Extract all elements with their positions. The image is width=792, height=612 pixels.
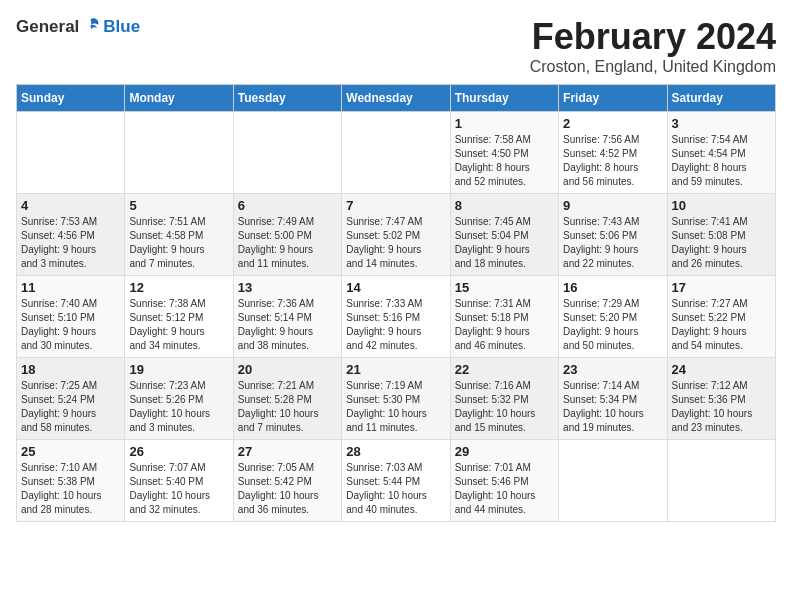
day-number: 3 (672, 116, 771, 131)
calendar-cell: 20Sunrise: 7:21 AM Sunset: 5:28 PM Dayli… (233, 358, 341, 440)
column-header-monday: Monday (125, 85, 233, 112)
day-info: Sunrise: 7:12 AM Sunset: 5:36 PM Dayligh… (672, 379, 771, 435)
calendar-cell: 23Sunrise: 7:14 AM Sunset: 5:34 PM Dayli… (559, 358, 667, 440)
day-number: 13 (238, 280, 337, 295)
calendar-cell (17, 112, 125, 194)
day-number: 14 (346, 280, 445, 295)
column-header-tuesday: Tuesday (233, 85, 341, 112)
day-info: Sunrise: 7:51 AM Sunset: 4:58 PM Dayligh… (129, 215, 228, 271)
day-number: 6 (238, 198, 337, 213)
calendar-cell: 2Sunrise: 7:56 AM Sunset: 4:52 PM Daylig… (559, 112, 667, 194)
logo-icon: General Blue (16, 16, 140, 38)
day-number: 2 (563, 116, 662, 131)
day-info: Sunrise: 7:01 AM Sunset: 5:46 PM Dayligh… (455, 461, 554, 517)
calendar-cell: 19Sunrise: 7:23 AM Sunset: 5:26 PM Dayli… (125, 358, 233, 440)
calendar-week-row: 25Sunrise: 7:10 AM Sunset: 5:38 PM Dayli… (17, 440, 776, 522)
calendar-cell: 6Sunrise: 7:49 AM Sunset: 5:00 PM Daylig… (233, 194, 341, 276)
day-number: 8 (455, 198, 554, 213)
month-year-title: February 2024 (530, 16, 776, 58)
day-number: 29 (455, 444, 554, 459)
logo-bird-icon (80, 16, 102, 38)
day-number: 25 (21, 444, 120, 459)
day-number: 5 (129, 198, 228, 213)
calendar-cell: 3Sunrise: 7:54 AM Sunset: 4:54 PM Daylig… (667, 112, 775, 194)
calendar-cell: 24Sunrise: 7:12 AM Sunset: 5:36 PM Dayli… (667, 358, 775, 440)
calendar-cell (125, 112, 233, 194)
day-info: Sunrise: 7:21 AM Sunset: 5:28 PM Dayligh… (238, 379, 337, 435)
day-number: 23 (563, 362, 662, 377)
column-header-wednesday: Wednesday (342, 85, 450, 112)
day-info: Sunrise: 7:29 AM Sunset: 5:20 PM Dayligh… (563, 297, 662, 353)
day-number: 17 (672, 280, 771, 295)
day-info: Sunrise: 7:41 AM Sunset: 5:08 PM Dayligh… (672, 215, 771, 271)
calendar-cell: 17Sunrise: 7:27 AM Sunset: 5:22 PM Dayli… (667, 276, 775, 358)
calendar-cell: 26Sunrise: 7:07 AM Sunset: 5:40 PM Dayli… (125, 440, 233, 522)
day-info: Sunrise: 7:23 AM Sunset: 5:26 PM Dayligh… (129, 379, 228, 435)
header: General Blue February 2024 Croston, Engl… (16, 16, 776, 76)
calendar-cell: 28Sunrise: 7:03 AM Sunset: 5:44 PM Dayli… (342, 440, 450, 522)
day-number: 27 (238, 444, 337, 459)
calendar-week-row: 18Sunrise: 7:25 AM Sunset: 5:24 PM Dayli… (17, 358, 776, 440)
calendar-cell: 8Sunrise: 7:45 AM Sunset: 5:04 PM Daylig… (450, 194, 558, 276)
calendar-week-row: 11Sunrise: 7:40 AM Sunset: 5:10 PM Dayli… (17, 276, 776, 358)
calendar-cell: 13Sunrise: 7:36 AM Sunset: 5:14 PM Dayli… (233, 276, 341, 358)
day-info: Sunrise: 7:49 AM Sunset: 5:00 PM Dayligh… (238, 215, 337, 271)
day-info: Sunrise: 7:58 AM Sunset: 4:50 PM Dayligh… (455, 133, 554, 189)
day-info: Sunrise: 7:05 AM Sunset: 5:42 PM Dayligh… (238, 461, 337, 517)
day-info: Sunrise: 7:27 AM Sunset: 5:22 PM Dayligh… (672, 297, 771, 353)
day-number: 18 (21, 362, 120, 377)
calendar-header-row: SundayMondayTuesdayWednesdayThursdayFrid… (17, 85, 776, 112)
calendar-cell: 12Sunrise: 7:38 AM Sunset: 5:12 PM Dayli… (125, 276, 233, 358)
day-info: Sunrise: 7:07 AM Sunset: 5:40 PM Dayligh… (129, 461, 228, 517)
day-number: 7 (346, 198, 445, 213)
calendar-cell: 18Sunrise: 7:25 AM Sunset: 5:24 PM Dayli… (17, 358, 125, 440)
calendar-cell: 5Sunrise: 7:51 AM Sunset: 4:58 PM Daylig… (125, 194, 233, 276)
calendar-cell: 4Sunrise: 7:53 AM Sunset: 4:56 PM Daylig… (17, 194, 125, 276)
column-header-saturday: Saturday (667, 85, 775, 112)
day-number: 15 (455, 280, 554, 295)
day-info: Sunrise: 7:16 AM Sunset: 5:32 PM Dayligh… (455, 379, 554, 435)
column-header-friday: Friday (559, 85, 667, 112)
title-section: February 2024 Croston, England, United K… (530, 16, 776, 76)
day-info: Sunrise: 7:54 AM Sunset: 4:54 PM Dayligh… (672, 133, 771, 189)
calendar-cell: 9Sunrise: 7:43 AM Sunset: 5:06 PM Daylig… (559, 194, 667, 276)
day-info: Sunrise: 7:10 AM Sunset: 5:38 PM Dayligh… (21, 461, 120, 517)
calendar-cell: 7Sunrise: 7:47 AM Sunset: 5:02 PM Daylig… (342, 194, 450, 276)
day-number: 12 (129, 280, 228, 295)
day-info: Sunrise: 7:31 AM Sunset: 5:18 PM Dayligh… (455, 297, 554, 353)
day-info: Sunrise: 7:03 AM Sunset: 5:44 PM Dayligh… (346, 461, 445, 517)
day-info: Sunrise: 7:19 AM Sunset: 5:30 PM Dayligh… (346, 379, 445, 435)
day-number: 16 (563, 280, 662, 295)
calendar-cell: 15Sunrise: 7:31 AM Sunset: 5:18 PM Dayli… (450, 276, 558, 358)
calendar-cell: 25Sunrise: 7:10 AM Sunset: 5:38 PM Dayli… (17, 440, 125, 522)
day-number: 21 (346, 362, 445, 377)
day-number: 20 (238, 362, 337, 377)
day-number: 9 (563, 198, 662, 213)
calendar-cell: 1Sunrise: 7:58 AM Sunset: 4:50 PM Daylig… (450, 112, 558, 194)
day-info: Sunrise: 7:33 AM Sunset: 5:16 PM Dayligh… (346, 297, 445, 353)
calendar-cell (233, 112, 341, 194)
day-number: 4 (21, 198, 120, 213)
calendar-cell (342, 112, 450, 194)
day-number: 1 (455, 116, 554, 131)
calendar-cell: 14Sunrise: 7:33 AM Sunset: 5:16 PM Dayli… (342, 276, 450, 358)
logo: General Blue (16, 16, 140, 38)
day-info: Sunrise: 7:56 AM Sunset: 4:52 PM Dayligh… (563, 133, 662, 189)
location-subtitle: Croston, England, United Kingdom (530, 58, 776, 76)
calendar-cell: 11Sunrise: 7:40 AM Sunset: 5:10 PM Dayli… (17, 276, 125, 358)
day-number: 22 (455, 362, 554, 377)
calendar-cell: 29Sunrise: 7:01 AM Sunset: 5:46 PM Dayli… (450, 440, 558, 522)
calendar-week-row: 4Sunrise: 7:53 AM Sunset: 4:56 PM Daylig… (17, 194, 776, 276)
day-number: 10 (672, 198, 771, 213)
column-header-thursday: Thursday (450, 85, 558, 112)
day-info: Sunrise: 7:47 AM Sunset: 5:02 PM Dayligh… (346, 215, 445, 271)
calendar-cell: 10Sunrise: 7:41 AM Sunset: 5:08 PM Dayli… (667, 194, 775, 276)
day-info: Sunrise: 7:53 AM Sunset: 4:56 PM Dayligh… (21, 215, 120, 271)
calendar-cell: 22Sunrise: 7:16 AM Sunset: 5:32 PM Dayli… (450, 358, 558, 440)
calendar-cell: 21Sunrise: 7:19 AM Sunset: 5:30 PM Dayli… (342, 358, 450, 440)
logo-general: General (16, 17, 79, 37)
day-info: Sunrise: 7:45 AM Sunset: 5:04 PM Dayligh… (455, 215, 554, 271)
logo-blue: Blue (103, 17, 140, 37)
day-number: 24 (672, 362, 771, 377)
calendar-cell: 27Sunrise: 7:05 AM Sunset: 5:42 PM Dayli… (233, 440, 341, 522)
